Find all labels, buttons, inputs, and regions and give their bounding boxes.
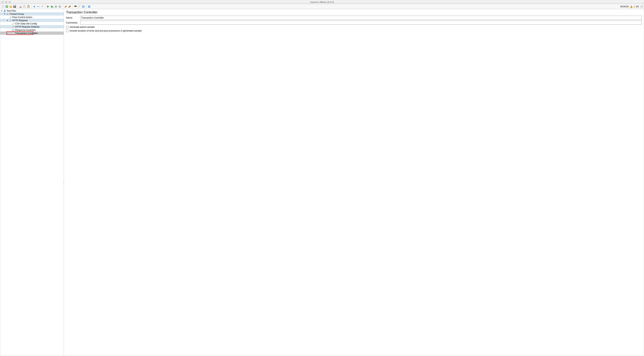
templates-icon[interactable] (5, 5, 9, 8)
save-icon[interactable] (13, 5, 16, 8)
play-nopause-icon[interactable] (50, 5, 54, 8)
name-input[interactable] (80, 16, 642, 20)
flask-icon (3, 9, 6, 12)
threadgroup-icon (6, 12, 9, 15)
clear-all-icon[interactable] (68, 5, 72, 8)
play-icon[interactable] (46, 5, 50, 8)
tree-item[interactable]: ▼Thread Group (0, 12, 64, 16)
tree-item-label: HTTP Request (12, 19, 28, 22)
window-title: Apache JMeter (5.6.3) (0, 1, 644, 4)
tree-item[interactable]: ▼HTTP Request (0, 19, 64, 22)
warning-icon[interactable] (630, 5, 632, 8)
thread-counter: 0/0 (636, 5, 639, 8)
search-icon[interactable] (74, 5, 77, 8)
sampler-icon (9, 16, 12, 18)
minus-icon[interactable] (36, 5, 40, 8)
comments-label: Comments: (66, 21, 79, 24)
reset-search-icon[interactable] (78, 5, 81, 8)
copy-icon[interactable] (23, 5, 26, 8)
tree-item[interactable]: HTTP Request Defaults (0, 25, 64, 28)
generate-parent-sample-label: Generate parent sample (70, 26, 94, 28)
tree-item[interactable]: ▼Test Plan (0, 9, 64, 12)
close-window-icon[interactable] (2, 1, 4, 3)
controller-icon (12, 32, 14, 34)
assertion-icon (12, 28, 14, 31)
tree-item-label: HTTP Request Defaults (15, 26, 40, 28)
tree-item[interactable]: Response Assertion (0, 28, 64, 32)
tree-item-label: Test Plan (6, 10, 16, 12)
tree-item-label: CSV Data Set Config (15, 22, 37, 25)
warning-count: 1 (634, 5, 635, 8)
disclosure-triangle-icon[interactable]: ▼ (4, 13, 6, 15)
toolbar: 00:00:00 1 0/0 (0, 4, 644, 9)
test-plan-tree[interactable]: ▼Test Plan▼Thread GroupFlow Control Acti… (0, 9, 64, 356)
zoom-window-icon[interactable] (9, 1, 11, 3)
element-editor: Transaction Controller Name: Comments: G… (64, 9, 644, 356)
tree-item[interactable]: Transaction Controller (0, 32, 64, 35)
plus-icon[interactable] (32, 5, 36, 8)
config-icon (12, 22, 14, 25)
config-icon (12, 25, 14, 28)
include-timer-duration-label: Include duration of timer and pre-post p… (70, 29, 142, 32)
tree-item[interactable]: CSV Data Set Config (0, 22, 64, 25)
tree-item-label: Flow Control Action (12, 16, 32, 18)
tree-item[interactable]: Flow Control Action (0, 16, 64, 19)
paste-icon[interactable] (27, 5, 30, 8)
tree-item-label: Transaction Controller (15, 32, 38, 34)
sampler-icon (9, 19, 12, 22)
titlebar: Apache JMeter (5.6.3) (0, 0, 644, 4)
clear-icon[interactable] (64, 5, 68, 8)
stop-icon[interactable] (54, 5, 58, 8)
tree-item-label: Thread Group (10, 13, 24, 15)
activity-spinner-icon (640, 5, 643, 8)
shutdown-icon[interactable] (58, 5, 62, 8)
name-label: Name: (66, 16, 79, 19)
tree-item-label: Response Assertion (15, 29, 36, 31)
comments-input[interactable] (80, 21, 642, 24)
toggle-icon[interactable] (40, 5, 44, 8)
new-file-icon[interactable] (1, 5, 5, 8)
disclosure-triangle-icon[interactable]: ▼ (6, 20, 8, 21)
include-timer-duration-checkbox[interactable] (66, 30, 68, 32)
panel-heading: Transaction Controller (66, 10, 642, 14)
function-helper-icon[interactable] (82, 5, 85, 8)
cut-icon[interactable] (19, 5, 22, 8)
splitter-handle[interactable] (64, 180, 64, 185)
open-icon[interactable] (9, 5, 13, 8)
help-icon[interactable] (88, 5, 91, 8)
disclosure-triangle-icon[interactable]: ▼ (1, 10, 3, 12)
generate-parent-sample-checkbox[interactable] (66, 26, 68, 28)
elapsed-time: 00:00:00 (620, 5, 629, 8)
minimize-window-icon[interactable] (5, 1, 7, 3)
